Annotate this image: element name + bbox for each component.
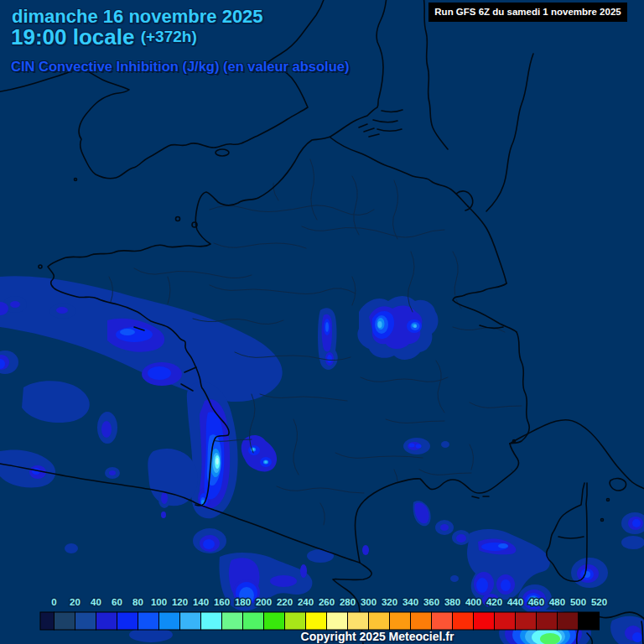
meteociel-cin-map-page: 0204060801001201401601802002202402602803… — [0, 0, 644, 644]
cin-core-highlight — [216, 458, 218, 465]
model-run-label: Run GFS 6Z du samedi 1 novembre 2025 — [428, 3, 627, 22]
copyright-notice: Copyright 2025 Meteociel.fr — [301, 630, 454, 643]
france-cin-map — [0, 0, 644, 644]
